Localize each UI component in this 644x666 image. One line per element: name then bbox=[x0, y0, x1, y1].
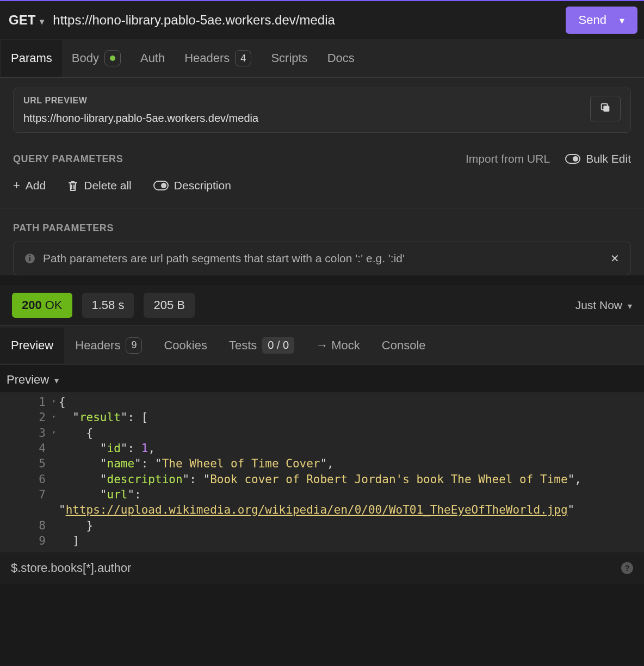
delete-all-label: Delete all bbox=[84, 179, 132, 192]
status-code: 200 bbox=[22, 298, 42, 312]
svg-text:i: i bbox=[29, 254, 31, 263]
response-time-pill[interactable]: 1.58 s bbox=[82, 293, 134, 318]
query-params-actions: Add Delete all Description bbox=[0, 171, 644, 208]
chevron-down-icon[interactable] bbox=[620, 13, 624, 27]
svg-rect-0 bbox=[603, 106, 609, 112]
resp-tab-cookies[interactable]: Cookies bbox=[153, 328, 218, 363]
code-line: "result": [ bbox=[49, 410, 148, 425]
http-method-label: GET bbox=[9, 13, 35, 28]
copy-url-button[interactable] bbox=[590, 96, 621, 121]
svg-point-3 bbox=[573, 156, 578, 162]
tab-label: Auth bbox=[140, 51, 165, 65]
tab-docs[interactable]: Docs bbox=[318, 40, 364, 76]
tab-params[interactable]: Params bbox=[1, 40, 62, 77]
status-code-pill[interactable]: 200 OK bbox=[12, 293, 72, 318]
resp-tab-console[interactable]: Console bbox=[371, 328, 437, 363]
resp-headers-count: 9 bbox=[126, 337, 142, 354]
preview-mode-dropdown[interactable]: Preview bbox=[0, 365, 644, 392]
info-icon: i bbox=[24, 253, 35, 264]
preview-mode-label: Preview bbox=[7, 373, 49, 387]
chevron-down-icon bbox=[40, 13, 44, 28]
path-params-section: PATH PARAMETERS i Path parameters are ur… bbox=[0, 208, 644, 275]
response-size-pill[interactable]: 205 B bbox=[144, 293, 195, 318]
add-param-button[interactable]: Add bbox=[13, 178, 46, 193]
import-from-url-button[interactable]: Import from URL bbox=[466, 152, 550, 165]
tab-body[interactable]: Body bbox=[62, 39, 131, 77]
status-text: OK bbox=[45, 298, 63, 312]
help-button[interactable]: ? bbox=[621, 562, 633, 574]
svg-point-5 bbox=[161, 183, 166, 188]
resp-tab-headers[interactable]: Headers 9 bbox=[64, 326, 153, 365]
response-timestamp-dropdown[interactable]: Just Now bbox=[575, 299, 632, 312]
close-banner-button[interactable]: ✕ bbox=[610, 252, 620, 265]
code-line: "name": "The Wheel of Time Cover", bbox=[49, 456, 334, 471]
resp-tab-tests[interactable]: Tests 0 / 0 bbox=[218, 326, 305, 365]
line-number: 1 bbox=[39, 396, 46, 409]
send-button-label: Send bbox=[579, 13, 606, 27]
tab-headers[interactable]: Headers 4 bbox=[175, 39, 261, 77]
query-params-title: QUERY PARAMETERS bbox=[13, 153, 123, 165]
tab-label: Cookies bbox=[164, 338, 207, 353]
body-active-dot-icon bbox=[110, 55, 115, 61]
trash-icon bbox=[67, 180, 78, 192]
bulk-edit-button[interactable]: Bulk Edit bbox=[565, 152, 631, 165]
response-status-bar: 200 OK 1.58 s 205 B Just Now bbox=[0, 285, 644, 325]
query-params-header: QUERY PARAMETERS Import from URL Bulk Ed… bbox=[0, 139, 644, 171]
tab-scripts[interactable]: Scripts bbox=[261, 40, 317, 76]
tab-label: Docs bbox=[327, 51, 355, 65]
description-label: Description bbox=[174, 179, 231, 192]
path-params-info-banner: i Path parameters are url path segments … bbox=[13, 242, 631, 275]
path-params-info-text: Path parameters are url path segments th… bbox=[43, 252, 405, 265]
response-body-viewer[interactable]: 1▾{ 2▾ "result": [ 3▾ { 4 "id": 1, 5 "na… bbox=[0, 392, 644, 552]
copy-icon bbox=[599, 102, 611, 114]
tab-label: Scripts bbox=[271, 51, 307, 65]
toggle-icon bbox=[565, 154, 580, 164]
code-line: { bbox=[49, 425, 93, 441]
line-number: 2 bbox=[39, 411, 46, 424]
plus-icon bbox=[13, 178, 20, 193]
headers-count-badge: 4 bbox=[235, 50, 251, 66]
request-bar: GET Send bbox=[0, 0, 644, 39]
jsonpath-bar: ? bbox=[0, 552, 644, 584]
code-line: } bbox=[49, 518, 93, 533]
http-method-select[interactable]: GET bbox=[7, 9, 46, 31]
line-number: 6 bbox=[39, 473, 46, 486]
tab-label: Params bbox=[11, 51, 52, 65]
tab-label: → Mock bbox=[316, 338, 360, 353]
line-number: 4 bbox=[39, 442, 46, 455]
import-label: Import from URL bbox=[466, 152, 550, 165]
code-line: "https://upload.wikimedia.org/wikipedia/… bbox=[49, 502, 574, 517]
code-line: "description": "Book cover of Robert Jor… bbox=[49, 472, 581, 487]
tab-label: Console bbox=[382, 338, 426, 353]
send-button[interactable]: Send bbox=[566, 7, 637, 34]
response-time: 1.58 s bbox=[92, 298, 125, 312]
fold-icon[interactable]: ▾ bbox=[52, 398, 55, 406]
description-toggle-button[interactable]: Description bbox=[153, 179, 231, 192]
code-line: ] bbox=[49, 533, 79, 548]
tab-label: Body bbox=[72, 51, 99, 65]
code-line: "id": 1, bbox=[49, 441, 155, 456]
toggle-icon bbox=[153, 181, 169, 190]
request-tabs: Params Body Auth Headers 4 Scripts Docs bbox=[0, 39, 644, 78]
resp-tab-preview[interactable]: Preview bbox=[0, 328, 64, 363]
url-input[interactable] bbox=[46, 9, 565, 31]
response-tabs: Preview Headers 9 Cookies Tests 0 / 0 → … bbox=[0, 325, 644, 365]
jsonpath-input[interactable] bbox=[11, 561, 621, 575]
line-number: 9 bbox=[39, 534, 46, 547]
tab-label: Preview bbox=[11, 338, 53, 353]
line-number: 7 bbox=[39, 488, 46, 501]
bulk-edit-label: Bulk Edit bbox=[586, 152, 631, 165]
tab-label: Tests bbox=[229, 338, 257, 353]
tests-count-badge: 0 / 0 bbox=[262, 337, 294, 354]
tab-label: Headers bbox=[75, 338, 120, 353]
fold-icon[interactable]: ▾ bbox=[52, 413, 55, 421]
url-preview-label: URL PREVIEW bbox=[23, 96, 585, 106]
chevron-down-icon bbox=[628, 299, 632, 312]
delete-all-button[interactable]: Delete all bbox=[67, 179, 132, 192]
tab-auth[interactable]: Auth bbox=[131, 40, 175, 76]
tab-label: Headers bbox=[184, 51, 230, 65]
path-params-title: PATH PARAMETERS bbox=[0, 223, 644, 235]
line-number: 8 bbox=[39, 519, 46, 532]
fold-icon[interactable]: ▾ bbox=[52, 429, 55, 437]
resp-tab-mock[interactable]: → Mock bbox=[305, 328, 371, 363]
